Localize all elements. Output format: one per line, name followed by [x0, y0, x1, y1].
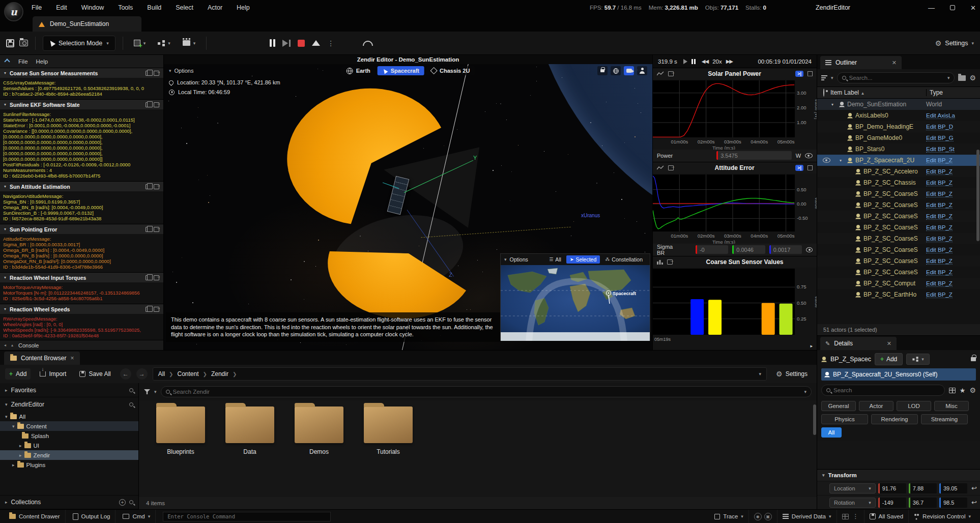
edit-blueprint-link[interactable]: Edit BP_Z	[926, 269, 953, 276]
collapse-arrow-icon[interactable]: ▾	[4, 102, 6, 107]
insights-icon[interactable]: ◉	[754, 513, 762, 520]
asset-search-input[interactable]	[173, 389, 801, 395]
close-button[interactable]: ✕	[970, 4, 976, 12]
viewport-tab-chassis-2u[interactable]: Chassis 2U	[426, 66, 475, 75]
visibility-eye-icon[interactable]	[823, 158, 830, 163]
sim-speed[interactable]: 20x	[712, 59, 722, 65]
browse-content-icon[interactable]	[19, 40, 28, 46]
menu-item-help[interactable]: Help	[237, 4, 250, 11]
cb-settings-button[interactable]: ⚙Settings	[772, 368, 812, 380]
export-icon[interactable]	[154, 227, 159, 232]
copy-icon[interactable]	[146, 102, 150, 107]
collapse-arrow-icon[interactable]: ▾	[4, 71, 6, 75]
revision-control-dropdown[interactable]: Revision Control▾	[909, 510, 976, 523]
viewport-options-dropdown[interactable]: ▾Options	[169, 68, 193, 74]
folder-demos[interactable]: Demos	[295, 406, 343, 497]
ground-track-map[interactable]: ▾Options ☰All➤Selected⁂Constellation	[500, 253, 650, 341]
section-header[interactable]: ▾Coarse Sun Sensor Measurements	[0, 68, 163, 78]
3d-viewport[interactable]: Zendir Editor - Demo_SunEstimation	[164, 55, 652, 350]
expander-icon[interactable]: ▾	[5, 414, 8, 419]
fullscreen-icon[interactable]	[808, 165, 813, 170]
lock-icon[interactable]	[597, 66, 608, 75]
derived-data-dropdown[interactable]: Derived Data▾	[777, 510, 837, 523]
restore-button[interactable]	[950, 5, 955, 10]
section-header[interactable]: ▾Sun Attitude Estimation	[0, 181, 163, 191]
eye-icon[interactable]	[805, 153, 813, 158]
add-button[interactable]: +Add	[5, 368, 31, 380]
copy-icon[interactable]	[146, 184, 150, 189]
folder-tutorials[interactable]: Tutorials	[364, 406, 413, 497]
export-icon[interactable]	[154, 275, 159, 280]
outliner-row[interactable]: AxisLabels0Edit AxisLa	[817, 110, 980, 121]
platforms-icon[interactable]	[363, 41, 373, 46]
map-options-dropdown[interactable]: Options	[510, 256, 528, 263]
favorites-star-icon[interactable]: ★	[960, 387, 966, 394]
outliner-row[interactable]: BP_Stars0Edit BP_St	[817, 143, 980, 155]
outliner-row[interactable]: ▾BP_Z_Spacecraft_2UEdit BP_Z	[817, 155, 980, 166]
menu-item-actor[interactable]: Actor	[208, 4, 222, 11]
expander-icon[interactable]: ▾	[840, 158, 845, 163]
menu-item-select[interactable]: Select	[176, 4, 193, 11]
details-search[interactable]	[821, 385, 945, 396]
filter-chip-streaming[interactable]: Streaming	[921, 414, 968, 424]
blueprints-dropdown[interactable]: ▾	[154, 38, 174, 49]
copy-icon[interactable]	[146, 307, 150, 312]
tree-item-splash[interactable]: Splash	[0, 431, 138, 441]
forward-button[interactable]: →	[136, 368, 148, 380]
map-tab-selected[interactable]: ➤Selected	[566, 255, 600, 264]
collapse-arrow-icon[interactable]: ▾	[4, 307, 6, 311]
breadcrumb-expand-icon[interactable]: ▾	[759, 371, 762, 376]
new-folder-icon[interactable]	[958, 75, 966, 81]
close-tab-icon[interactable]: ×	[70, 355, 74, 362]
edit-blueprint-link[interactable]: Edit BP_Z	[926, 191, 953, 197]
transform-location-dropdown[interactable]: Location▾	[829, 483, 876, 493]
visibility-column-icon[interactable]	[823, 89, 824, 97]
breadcrumb-item-zendir[interactable]: Zendir	[211, 370, 228, 377]
filter-chip-all[interactable]: All	[821, 427, 842, 438]
outliner-row[interactable]: BP_Demo_HeadingEEdit BP_D	[817, 121, 980, 132]
camera-icon[interactable]	[624, 66, 634, 75]
import-button[interactable]: Import	[36, 368, 70, 380]
back-button[interactable]: ←	[120, 368, 131, 380]
filter-chip-physics[interactable]: Physics	[821, 414, 868, 424]
frame-skip-button[interactable]	[282, 40, 291, 47]
favorites-section[interactable]: ▸Favorites	[0, 383, 138, 397]
outliner-row[interactable]: BP_Z_SC_EarthHoEdit BP_Z	[817, 289, 980, 300]
rewind-icon[interactable]: ◀◀	[702, 59, 708, 64]
folder-data[interactable]: Data	[225, 406, 274, 497]
export-icon[interactable]	[154, 184, 159, 189]
export-icon[interactable]	[154, 307, 159, 312]
outliner-row[interactable]: BP_Z_SC_ChassisEdit BP_Z	[817, 177, 980, 188]
filter-chip-misc[interactable]: Misc	[934, 401, 969, 411]
tree-item-all[interactable]: ▾All	[0, 412, 138, 421]
eject-button[interactable]	[312, 40, 320, 46]
map-tab-constellation[interactable]: ⁂Constellation	[601, 255, 646, 264]
eye-icon[interactable]	[806, 247, 813, 252]
add-collection-icon[interactable]: +	[119, 499, 126, 506]
asset-search[interactable]: ▾	[161, 386, 812, 397]
cinematics-dropdown[interactable]: ▾	[179, 38, 199, 48]
breadcrumb[interactable]: All❯Content❯Zendir❯▾	[153, 367, 767, 381]
outliner-row[interactable]: BP_Z_SC_CoarseSEdit BP_Z	[817, 244, 980, 255]
selection-mode-dropdown[interactable]: Selection Mode▾	[43, 36, 116, 51]
menu-item-build[interactable]: Build	[147, 4, 161, 11]
transform-value-x[interactable]: 91.76	[878, 483, 906, 493]
collapse-arrow-icon[interactable]: ▾	[4, 275, 6, 280]
tree-item-content[interactable]: ▾Content	[0, 421, 138, 431]
viewport-tab-spacecraft[interactable]: Spacecraft	[378, 66, 424, 75]
collapse-icon[interactable]	[4, 59, 10, 64]
section-header[interactable]: ▾Sun Pointing Error	[0, 224, 163, 234]
search-icon[interactable]	[129, 388, 133, 392]
trace-dropdown[interactable]: Trace▾	[709, 510, 749, 523]
edit-blueprint-link[interactable]: Edit BP_Z	[926, 157, 953, 164]
person-icon[interactable]	[637, 66, 647, 75]
filter-chip-lod[interactable]: LOD	[897, 401, 931, 411]
unreal-logo-icon[interactable]: u	[4, 2, 23, 21]
outliner-row[interactable]: BP_GameMode0Edit BP_G	[817, 132, 980, 143]
edit-blueprint-link[interactable]: Edit BP_G	[926, 135, 954, 141]
menu-item-tools[interactable]: Tools	[118, 4, 133, 11]
console-command-input[interactable]	[163, 512, 331, 521]
tab-details[interactable]: ✎ Details✕	[820, 337, 897, 350]
reset-icon[interactable]: ↩	[971, 499, 977, 506]
expander-icon[interactable]: ▸	[19, 443, 22, 448]
